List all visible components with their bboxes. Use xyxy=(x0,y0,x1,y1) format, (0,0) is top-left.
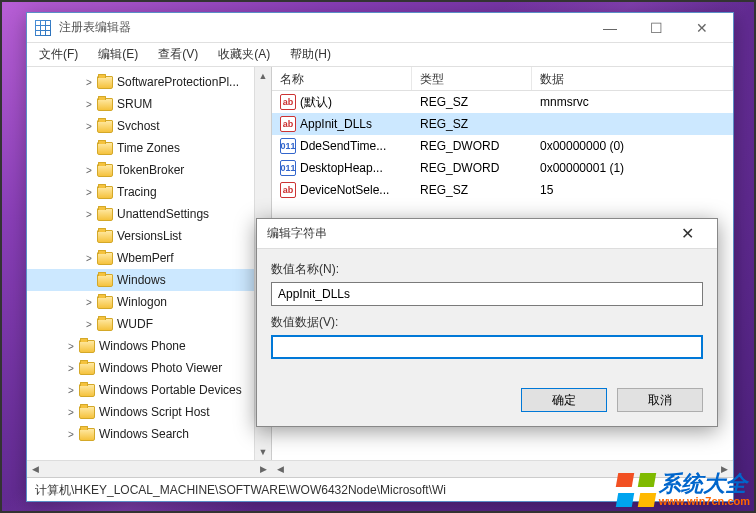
tree-label: WUDF xyxy=(117,317,153,331)
value-name: DeviceNotSele... xyxy=(300,183,389,197)
expand-icon[interactable]: > xyxy=(83,76,95,88)
folder-icon xyxy=(97,142,113,155)
ok-button[interactable]: 确定 xyxy=(521,388,607,412)
tree-item[interactable]: >Svchost xyxy=(27,115,271,137)
expand-icon[interactable]: > xyxy=(65,428,77,440)
folder-icon xyxy=(79,384,95,397)
header-data[interactable]: 数据 xyxy=(532,67,733,90)
tree-label: Winlogon xyxy=(117,295,167,309)
tree-item[interactable]: >WbemPerf xyxy=(27,247,271,269)
value-name: AppInit_DLLs xyxy=(300,117,372,131)
tree-label: Svchost xyxy=(117,119,160,133)
value-data-input[interactable] xyxy=(271,335,703,359)
menu-favorites[interactable]: 收藏夹(A) xyxy=(210,44,278,65)
menu-edit[interactable]: 编辑(E) xyxy=(90,44,146,65)
expand-icon[interactable]: > xyxy=(65,340,77,352)
menu-view[interactable]: 查看(V) xyxy=(150,44,206,65)
dialog-buttons: 确定 取消 xyxy=(257,378,717,426)
value-data xyxy=(532,122,733,126)
cancel-button[interactable]: 取消 xyxy=(617,388,703,412)
header-type[interactable]: 类型 xyxy=(412,67,532,90)
window-controls: — ☐ ✕ xyxy=(587,14,725,42)
minimize-button[interactable]: — xyxy=(587,14,633,42)
expand-icon[interactable]: > xyxy=(65,362,77,374)
value-data: mnmsrvc xyxy=(532,93,733,111)
header-name[interactable]: 名称 xyxy=(272,67,412,90)
expand-icon[interactable]: > xyxy=(83,98,95,110)
tree-item[interactable]: >TokenBroker xyxy=(27,159,271,181)
list-row[interactable]: 011DesktopHeap...REG_DWORD0x00000001 (1) xyxy=(272,157,733,179)
list-row[interactable]: abAppInit_DLLsREG_SZ xyxy=(272,113,733,135)
tree-label: SRUM xyxy=(117,97,152,111)
expand-icon[interactable]: > xyxy=(83,252,95,264)
regedit-icon xyxy=(35,20,51,36)
tree-label: Windows Phone xyxy=(99,339,186,353)
tree-item[interactable]: >Windows Search xyxy=(27,423,271,445)
value-data: 0x00000001 (1) xyxy=(532,159,733,177)
folder-icon xyxy=(97,274,113,287)
value-name: (默认) xyxy=(300,94,332,111)
list-row[interactable]: 011DdeSendTime...REG_DWORD0x00000000 (0) xyxy=(272,135,733,157)
titlebar[interactable]: 注册表编辑器 — ☐ ✕ xyxy=(27,13,733,43)
tree-item[interactable]: >Winlogon xyxy=(27,291,271,313)
folder-icon xyxy=(79,362,95,375)
expand-icon[interactable]: > xyxy=(65,384,77,396)
expand-icon[interactable]: > xyxy=(65,406,77,418)
dword-value-icon: 011 xyxy=(280,138,296,154)
value-data-label: 数值数据(V): xyxy=(271,314,703,331)
tree-pane[interactable]: >SoftwareProtectionPl...>SRUM>SvchostTim… xyxy=(27,67,272,460)
list-hscroll[interactable]: ◀▶ xyxy=(272,460,733,477)
value-type: REG_SZ xyxy=(412,93,532,111)
folder-icon xyxy=(97,208,113,221)
tree-label: Windows Script Host xyxy=(99,405,210,419)
expand-icon[interactable]: > xyxy=(83,164,95,176)
expand-icon[interactable] xyxy=(83,274,95,286)
tree-label: Windows Photo Viewer xyxy=(99,361,222,375)
dialog-close-button[interactable]: ✕ xyxy=(667,224,707,243)
window-title: 注册表编辑器 xyxy=(59,19,587,36)
list-row[interactable]: ab(默认)REG_SZmnmsrvc xyxy=(272,91,733,113)
folder-icon xyxy=(97,120,113,133)
value-name-input[interactable] xyxy=(271,282,703,306)
folder-icon xyxy=(79,340,95,353)
expand-icon[interactable]: > xyxy=(83,296,95,308)
tree-item[interactable]: >WUDF xyxy=(27,313,271,335)
tree-hscroll[interactable]: ◀▶ xyxy=(27,460,272,477)
expand-icon[interactable]: > xyxy=(83,120,95,132)
dialog-titlebar[interactable]: 编辑字符串 ✕ xyxy=(257,219,717,249)
menu-help[interactable]: 帮助(H) xyxy=(282,44,339,65)
maximize-button[interactable]: ☐ xyxy=(633,14,679,42)
expand-icon[interactable]: > xyxy=(83,318,95,330)
expand-icon[interactable] xyxy=(83,230,95,242)
close-button[interactable]: ✕ xyxy=(679,14,725,42)
expand-icon[interactable] xyxy=(83,142,95,154)
value-data: 15 xyxy=(532,181,733,199)
tree-item[interactable]: >UnattendSettings xyxy=(27,203,271,225)
dialog-title-text: 编辑字符串 xyxy=(267,225,667,242)
tree-item[interactable]: >Windows Script Host xyxy=(27,401,271,423)
expand-icon[interactable]: > xyxy=(83,208,95,220)
folder-icon xyxy=(79,428,95,441)
tree-item[interactable]: >SRUM xyxy=(27,93,271,115)
tree-item[interactable]: >Windows Portable Devices xyxy=(27,379,271,401)
value-name-label: 数值名称(N): xyxy=(271,261,703,278)
value-type: REG_SZ xyxy=(412,181,532,199)
tree-item[interactable]: >Tracing xyxy=(27,181,271,203)
dword-value-icon: 011 xyxy=(280,160,296,176)
folder-icon xyxy=(97,186,113,199)
folder-icon xyxy=(79,406,95,419)
value-name: DdeSendTime... xyxy=(300,139,386,153)
expand-icon[interactable]: > xyxy=(83,186,95,198)
tree-label: UnattendSettings xyxy=(117,207,209,221)
menu-file[interactable]: 文件(F) xyxy=(31,44,86,65)
tree-item[interactable]: Time Zones xyxy=(27,137,271,159)
tree-item[interactable]: >Windows Photo Viewer xyxy=(27,357,271,379)
tree-item[interactable]: Windows xyxy=(27,269,271,291)
value-name: DesktopHeap... xyxy=(300,161,383,175)
tree-item[interactable]: VersionsList xyxy=(27,225,271,247)
list-row[interactable]: abDeviceNotSele...REG_SZ15 xyxy=(272,179,733,201)
tree-label: Time Zones xyxy=(117,141,180,155)
tree-item[interactable]: >Windows Phone xyxy=(27,335,271,357)
folder-icon xyxy=(97,76,113,89)
tree-item[interactable]: >SoftwareProtectionPl... xyxy=(27,71,271,93)
